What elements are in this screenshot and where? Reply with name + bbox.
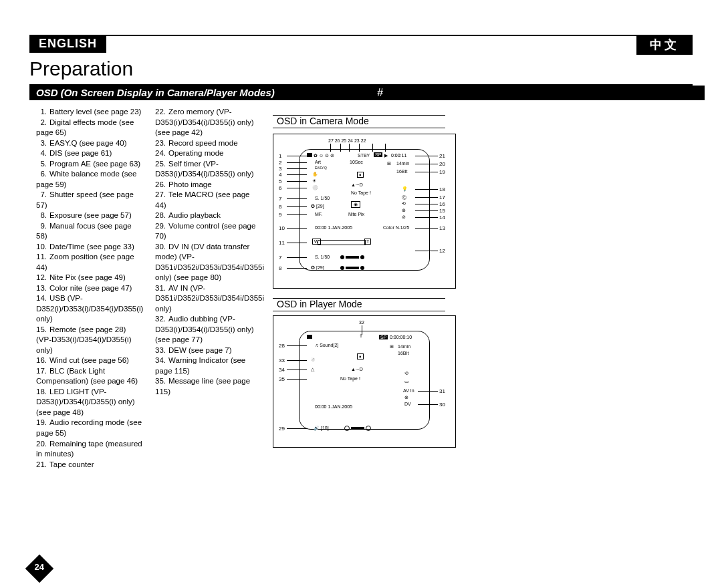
legend-item: 35.Message line (see page 115) (155, 376, 262, 397)
legend-item: 17.BLC (Back Light Compensation) (see pa… (36, 366, 143, 387)
legend-item: 19.Audio recording mode (see page 55) (36, 418, 143, 438)
legend-item: 13.Color nite (see page 47) (36, 283, 143, 294)
legend-item: 26.Photo image (155, 180, 262, 190)
legend-col-2: 22.Zero memory (VP-D353(i)/D354(i)/D355(… (155, 107, 262, 470)
legend-item: 27.Tele MACRO (see page 44) (155, 190, 262, 210)
legend-item: 18.LED LIGHT (VP-D353(i)/D354(i)/D355(i)… (36, 387, 143, 418)
legend-item: 12.Nite Pix (see page 49) (36, 273, 143, 283)
legend-item: 29.Volume control (see page 70) (155, 221, 262, 242)
osd-legend: 1.Battery level (see page 23)2.Digital e… (36, 107, 262, 470)
legend-item: 14.USB (VP-D352(i)/D353(i)/D354(i)/D355(… (36, 293, 143, 325)
legend-item: 32.Audio dubbing (VP-D353(i)/D354(i)/D35… (155, 314, 262, 345)
legend-item: 4.DIS (see page 61) (36, 148, 143, 159)
section-right: # (370, 86, 705, 100)
osd-player-diagram: 32 ⇧ SP 0:00:00:10 ♫ Sound[2] ⊞ 14min 16… (273, 315, 456, 448)
legend-item: 24.Operating mode (155, 148, 262, 159)
legend-item: 34.Warning Indicator (see page 115) (155, 355, 262, 376)
legend-item: 7.Shutter speed (see page 57) (36, 190, 143, 210)
legend-item: 2.Digital effects mode (see page 65) (36, 118, 143, 138)
legend-item: 10.Date/Time (see page 33) (36, 242, 143, 253)
legend-item: 3.EASY.Q (see page 40) (36, 138, 143, 149)
legend-item: 20.Remaining tape (measured in minutes) (36, 439, 143, 460)
legend-item: 8.Exposure (see page 57) (36, 210, 143, 221)
legend-item: 16.Wind cut (see page 56) (36, 355, 143, 366)
lang-en-badge: ENGLISH (29, 35, 106, 53)
legend-item: 28.Audio playback (155, 210, 262, 221)
osd-camera-diagram: 27 26 25 24 23 22 ✿ ☺ ⊙ ⊘ STBY SP ▶ 0:00… (273, 134, 456, 289)
legend-item: 15.Remote (see page 28) (VP-D353(i)/D354… (36, 325, 143, 356)
legend-item: 30.DV IN (DV data transfer mode) (VP-D35… (155, 242, 262, 283)
legend-col-1: 1.Battery level (see page 23)2.Digital e… (36, 107, 143, 470)
legend-item: 6.White balance mode (see page 59) (36, 169, 143, 190)
legend-item: 31.AV IN (VP-D351i/D352i/D353i/D354i/D35… (155, 283, 262, 315)
legend-item: 25.Self timer (VP-D353(i)/D354(i)/D355(i… (155, 159, 262, 180)
legend-item: 33.DEW (see page 7) (155, 345, 262, 356)
osd-camera-heading: OSD in Camera Mode (273, 115, 445, 128)
legend-item: 5.Program AE (see page 63) (36, 159, 143, 170)
lang-cn-badge: 中文 (636, 35, 693, 55)
legend-item: 11.Zoom position (see page 44) (36, 252, 143, 273)
legend-item: 21.Tape counter (36, 460, 143, 470)
legend-item: 22.Zero memory (VP-D353(i)/D354(i)/D355(… (155, 107, 262, 138)
page-title: Preparation (29, 57, 133, 80)
legend-item: 23.Record speed mode (155, 138, 262, 149)
legend-item: 9.Manual focus (see page 58) (36, 221, 143, 242)
section-left: OSD (On Screen Display in Camera/Player … (29, 86, 370, 100)
osd-player-heading: OSD in Player Mode (273, 298, 445, 311)
legend-item: 1.Battery level (see page 23) (36, 107, 143, 118)
